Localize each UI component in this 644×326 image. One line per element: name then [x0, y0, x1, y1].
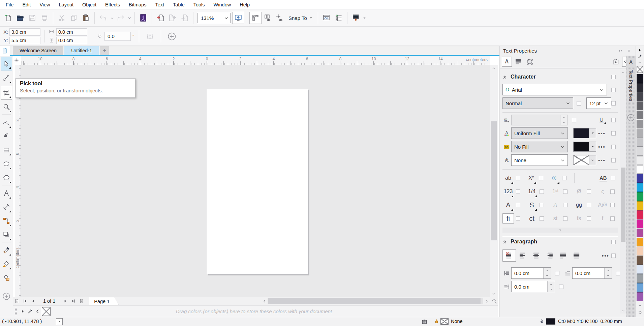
font-size-checkbox[interactable] — [611, 101, 616, 106]
save-button[interactable] — [26, 12, 38, 24]
color-swatch[interactable] — [637, 219, 643, 228]
fullscreen-preview-button[interactable] — [232, 12, 244, 24]
page-1-tab[interactable]: Page 1 — [89, 297, 119, 305]
right-indent-checkbox[interactable] — [559, 285, 563, 289]
snap-to-dropdown[interactable]: Snap To — [286, 12, 315, 24]
options-dialog-button[interactable] — [320, 12, 333, 24]
menu-file[interactable]: File — [1, 1, 18, 9]
palette-flyout-icon[interactable] — [19, 307, 26, 316]
redo-button[interactable] — [115, 12, 127, 24]
add-page-button-2[interactable] — [78, 297, 86, 305]
color-swatch[interactable] — [637, 165, 643, 174]
opentype--button[interactable]: Ø — [573, 186, 585, 197]
no-color-swatch[interactable] — [637, 66, 643, 73]
color-swatch[interactable] — [637, 138, 643, 147]
color-swatch[interactable] — [637, 201, 643, 210]
align-left-button[interactable] — [516, 249, 529, 262]
underline-button[interactable]: U — [596, 117, 607, 123]
document-corner-icon[interactable] — [1, 47, 8, 54]
background-settings-button[interactable]: ••• — [596, 144, 608, 150]
color-swatch[interactable] — [637, 92, 643, 101]
color-swatch[interactable] — [637, 274, 643, 283]
opentype-x-button[interactable]: X² — [525, 173, 537, 183]
menu-view[interactable]: View — [35, 1, 54, 9]
object-width-field[interactable]: 0.0 cm — [56, 28, 87, 36]
show-grid-button[interactable] — [262, 12, 274, 24]
drop-shadow-tool[interactable] — [1, 228, 12, 241]
canvas-horizontal-scrollbar[interactable] — [261, 297, 490, 305]
menu-help[interactable]: Help — [235, 1, 254, 9]
new-tab-button[interactable]: + — [100, 46, 109, 55]
docker-scroll-thumb[interactable] — [621, 168, 625, 242]
palette-scroll-up-icon[interactable] — [637, 59, 643, 65]
object-height-field[interactable]: 0.0 cm — [56, 37, 87, 44]
import-button[interactable] — [154, 12, 166, 24]
outline-checkbox[interactable] — [611, 158, 616, 162]
align-justify-button[interactable] — [556, 249, 570, 262]
zoom-to-page-icon[interactable] — [490, 297, 498, 305]
text-properties-tab-label[interactable]: Text Properties — [628, 69, 634, 102]
connector-tool[interactable] — [1, 214, 12, 228]
alignment-checkbox[interactable] — [611, 254, 616, 258]
vertical-scroll-thumb[interactable] — [491, 121, 497, 240]
menu-layout[interactable]: Layout — [55, 1, 78, 9]
document-color-proof-icon[interactable] — [421, 318, 428, 325]
opentype-123-button[interactable]: 123 — [502, 186, 514, 197]
menu-effects[interactable]: Effects — [101, 1, 124, 9]
opentype-checkbox[interactable] — [587, 203, 591, 207]
docker-close-icon[interactable] — [625, 49, 633, 53]
color-swatch[interactable] — [637, 156, 643, 165]
opentype--button[interactable]: ς — [597, 186, 608, 197]
freehand-tool[interactable] — [1, 115, 12, 129]
font-family-combo[interactable]: O Arial — [502, 84, 607, 95]
smart-fill-tool[interactable] — [1, 271, 12, 285]
left-indent-field[interactable]: 0.0 cm — [511, 267, 551, 279]
add-property-button[interactable] — [166, 30, 178, 42]
color-swatch[interactable] — [637, 292, 643, 301]
undo-dropdown[interactable] — [109, 12, 115, 24]
opentype-checkbox[interactable] — [563, 216, 568, 221]
opentype--button[interactable]: ① — [549, 173, 560, 183]
next-page-button[interactable] — [61, 297, 69, 305]
opentype-s-button[interactable]: S — [526, 200, 538, 210]
text-tool[interactable] — [1, 186, 12, 200]
opentype-checkbox[interactable] — [516, 189, 520, 194]
menu-edit[interactable]: Edit — [18, 1, 35, 9]
opentype-checkbox[interactable] — [516, 216, 520, 221]
scroll-right-button[interactable] — [483, 297, 490, 305]
opentype-checkbox[interactable] — [563, 203, 568, 207]
fill-color-picker[interactable] — [573, 128, 596, 138]
color-swatch[interactable] — [637, 129, 643, 138]
ellipse-tool[interactable] — [1, 157, 12, 171]
customize-toolbox-button[interactable] — [1, 289, 12, 303]
pick-tool[interactable] — [1, 57, 12, 70]
dimension-tool[interactable] — [1, 200, 12, 214]
background-fill-combo[interactable]: No Fill — [511, 141, 568, 152]
menu-table[interactable]: Table — [168, 1, 189, 9]
opentype-14-button[interactable]: 1/4 — [526, 186, 538, 197]
opentype-fs-button[interactable]: fs — [573, 213, 585, 224]
cut-button[interactable] — [56, 12, 68, 24]
color-swatch[interactable] — [637, 111, 643, 119]
opentype-checkbox[interactable] — [539, 176, 543, 180]
opentype-f-button[interactable]: f — [597, 213, 608, 224]
scroll-up-button[interactable] — [490, 65, 498, 71]
y-position-field[interactable]: 5.5 cm — [9, 37, 40, 44]
align-force-justify-button[interactable] — [570, 249, 583, 262]
palette-eyedropper-icon[interactable] — [637, 53, 643, 59]
last-page-button[interactable] — [69, 297, 78, 305]
first-page-button[interactable] — [21, 297, 29, 305]
show-rulers-button[interactable] — [249, 12, 262, 24]
fill-checkbox[interactable] — [611, 131, 616, 136]
copy-button[interactable] — [68, 12, 80, 24]
palette-scroll-down-icon[interactable] — [637, 302, 643, 308]
scroll-left-button[interactable] — [261, 297, 268, 305]
crop-tool[interactable] — [1, 86, 12, 100]
drawing-canvas[interactable] — [21, 65, 490, 297]
interactive-fill-tool[interactable] — [1, 257, 12, 271]
canvas-vertical-scrollbar[interactable] — [490, 65, 498, 297]
show-guidelines-button[interactable] — [274, 12, 286, 24]
redo-dropdown[interactable] — [127, 12, 132, 24]
opentype-checkbox[interactable] — [587, 189, 591, 194]
opentype-checkbox[interactable] — [540, 216, 544, 221]
